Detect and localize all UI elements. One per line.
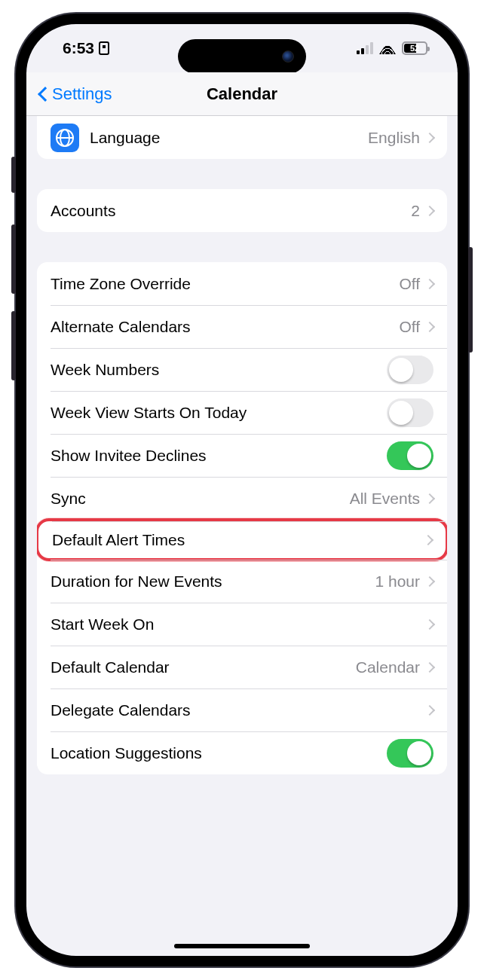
chevron-right-icon: [424, 704, 435, 715]
language-value: English: [368, 129, 420, 147]
row-duration-new-events[interactable]: Duration for New Events 1 hour: [37, 560, 447, 603]
accounts-value: 2: [411, 202, 420, 220]
tz-override-label: Time Zone Override: [51, 275, 399, 293]
alt-cal-value: Off: [399, 318, 420, 336]
settings-group-accounts: Accounts 2: [37, 189, 447, 232]
duration-value: 1 hour: [375, 572, 420, 591]
signal-icon: [357, 42, 373, 54]
row-delegate-calendars[interactable]: Delegate Calendars: [37, 688, 447, 731]
row-default-alert-times[interactable]: Default Alert Times: [37, 518, 447, 561]
delegate-label: Delegate Calendars: [51, 701, 426, 719]
back-button[interactable]: Settings: [40, 84, 112, 104]
content-area: Language English Accounts 2 Time Zone Ov…: [26, 116, 458, 797]
row-location-suggestions[interactable]: Location Suggestions: [37, 731, 447, 774]
accounts-label: Accounts: [51, 202, 411, 220]
start-week-label: Start Week On: [51, 615, 426, 633]
show-invitee-label: Show Invitee Declines: [51, 447, 387, 465]
duration-label: Duration for New Events: [51, 572, 375, 591]
battery-pct: 52: [410, 44, 419, 53]
alt-cal-label: Alternate Calendars: [51, 318, 399, 336]
mute-switch: [11, 157, 16, 193]
tz-override-value: Off: [399, 275, 420, 293]
row-sync[interactable]: Sync All Events: [37, 477, 447, 520]
week-numbers-label: Week Numbers: [51, 361, 387, 379]
chevron-right-icon: [424, 493, 435, 503]
location-sugg-label: Location Suggestions: [51, 744, 387, 762]
week-view-toggle[interactable]: [387, 398, 433, 427]
sync-value: All Events: [350, 490, 420, 508]
row-week-numbers[interactable]: Week Numbers: [37, 348, 447, 391]
volume-down-button: [11, 311, 16, 380]
row-start-week-on[interactable]: Start Week On: [37, 603, 447, 646]
back-label: Settings: [52, 84, 112, 104]
chevron-right-icon: [424, 618, 435, 629]
show-invitee-toggle[interactable]: [387, 441, 433, 470]
sync-label: Sync: [51, 490, 350, 508]
chevron-right-icon: [424, 132, 435, 142]
row-default-calendar[interactable]: Default Calendar Calendar: [37, 646, 447, 688]
settings-group-main: Time Zone Override Off Alternate Calenda…: [37, 262, 447, 774]
status-time: 6:53: [63, 39, 94, 57]
default-alert-label: Default Alert Times: [52, 531, 424, 549]
row-alternate-calendars[interactable]: Alternate Calendars Off: [37, 305, 447, 348]
home-indicator[interactable]: [174, 944, 310, 948]
settings-group-language: Language English: [37, 116, 447, 159]
status-right: 52: [357, 41, 427, 55]
row-language[interactable]: Language English: [37, 116, 447, 159]
chevron-right-icon: [424, 205, 435, 215]
wifi-icon: [379, 42, 396, 54]
battery-icon: 52: [402, 41, 427, 55]
chevron-right-icon: [423, 534, 433, 545]
globe-icon: [51, 124, 79, 152]
chevron-left-icon: [38, 87, 53, 102]
page-title: Calendar: [207, 84, 277, 104]
phone-frame: 6:53 52 Settings Calen: [16, 14, 468, 966]
row-accounts[interactable]: Accounts 2: [37, 189, 447, 232]
dynamic-island: [178, 39, 306, 74]
default-cal-label: Default Calendar: [51, 658, 356, 676]
chevron-right-icon: [424, 575, 435, 586]
chevron-right-icon: [424, 278, 435, 289]
chevron-right-icon: [424, 661, 435, 672]
row-week-view-starts[interactable]: Week View Starts On Today: [37, 391, 447, 434]
status-left: 6:53: [63, 39, 109, 57]
power-button: [468, 247, 473, 353]
volume-up-button: [11, 224, 16, 294]
chevron-right-icon: [424, 321, 435, 331]
week-view-label: Week View Starts On Today: [51, 404, 387, 422]
row-timezone-override[interactable]: Time Zone Override Off: [37, 262, 447, 305]
default-cal-value: Calendar: [356, 658, 420, 676]
camera-lens-icon: [282, 50, 294, 63]
language-label: Language: [90, 129, 368, 147]
week-numbers-toggle[interactable]: [387, 356, 433, 384]
row-show-invitee-declines[interactable]: Show Invitee Declines: [37, 434, 447, 477]
location-sugg-toggle[interactable]: [387, 739, 433, 768]
sim-icon: [99, 41, 109, 55]
navigation-bar: Settings Calendar: [26, 72, 458, 116]
screen: 6:53 52 Settings Calen: [26, 24, 458, 956]
